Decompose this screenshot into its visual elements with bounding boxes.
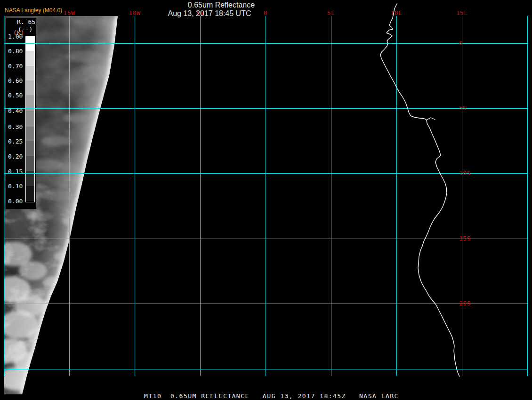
colorbar-segment: [26, 186, 34, 201]
colorbar-segment: [26, 80, 34, 95]
colorbar-tick-label: 0.15: [8, 169, 23, 175]
colorbar-gradient-strip: [25, 36, 35, 202]
colorbar-tick-label: 0.70: [8, 64, 23, 69]
colorbar-segment: [26, 156, 34, 171]
colorbar-segment: [26, 51, 34, 66]
colorbar-tick-label: 0.25: [8, 139, 23, 144]
colorbar-panel: R. 65 (K) (--) 1.000.800.700.600.500.400…: [6, 18, 36, 209]
colorbar-units: (--): [18, 27, 32, 32]
colorbar-tick-label: 0.60: [8, 78, 23, 84]
colorbar-title: R. 65: [17, 19, 35, 25]
colorbar-segment: [26, 171, 34, 186]
colorbar-tick-label: 1.00: [8, 34, 23, 40]
colorbar-tick-label: 0.00: [8, 199, 23, 204]
colorbar-tick-label: 0.10: [8, 184, 23, 189]
satellite-swath-image: [0, 0, 532, 400]
colorbar-segment: [26, 66, 34, 80]
colorbar-tick-label: 0.20: [8, 154, 23, 160]
colorbar-tick-label: 0.80: [8, 48, 23, 54]
colorbar-segment: [26, 95, 34, 111]
colorbar-segment: [26, 127, 34, 141]
colorbar-segment: [26, 111, 34, 127]
satellite-image-viewer: R. 65 (K) (--) 1.000.800.700.600.500.400…: [0, 0, 532, 400]
colorbar-segment: [26, 36, 34, 51]
colorbar-tick-label: 0.50: [8, 93, 23, 98]
colorbar-tick-label: 0.40: [8, 108, 23, 114]
colorbar-tick-label: 0.30: [8, 124, 23, 130]
colorbar-segment: [26, 141, 34, 156]
